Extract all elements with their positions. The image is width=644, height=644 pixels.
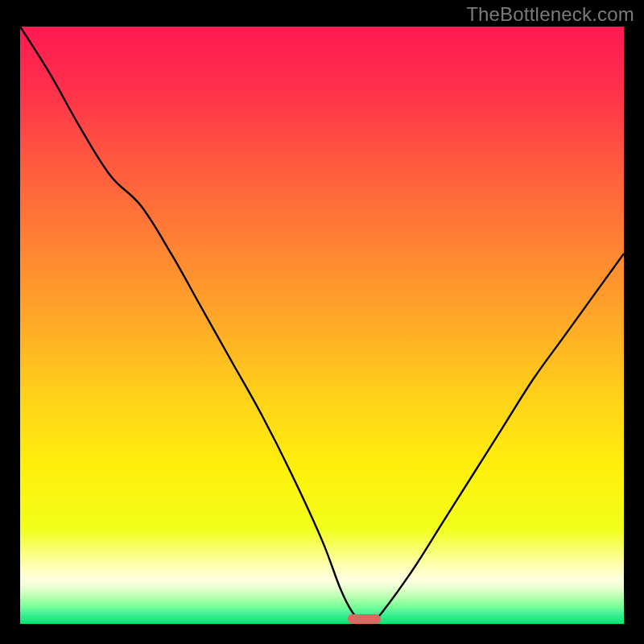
bottleneck-curve [20, 27, 624, 624]
optimal-marker [348, 614, 381, 624]
chart-frame: TheBottleneck.com [0, 0, 644, 644]
plot-area [20, 27, 624, 624]
attribution-text: TheBottleneck.com [466, 3, 634, 26]
